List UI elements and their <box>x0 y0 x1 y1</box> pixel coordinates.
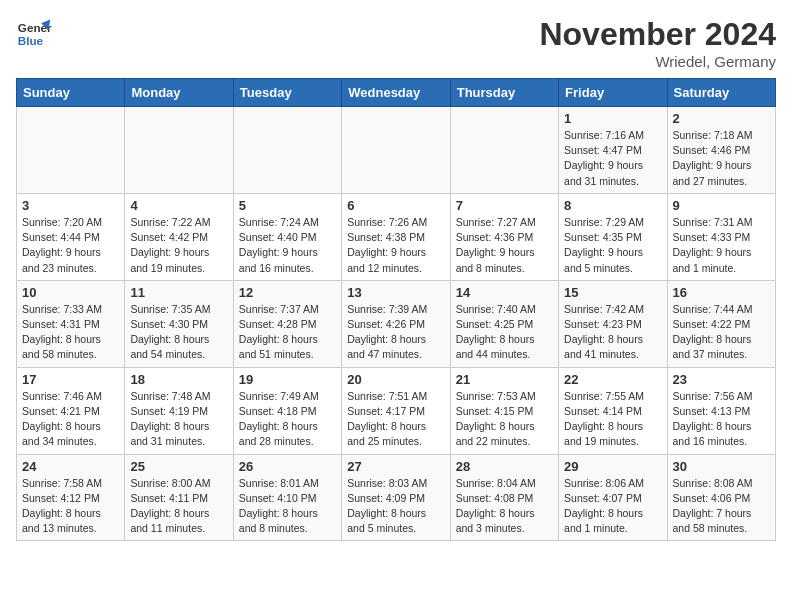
calendar-cell: 26Sunrise: 8:01 AM Sunset: 4:10 PM Dayli… <box>233 454 341 541</box>
calendar-cell: 22Sunrise: 7:55 AM Sunset: 4:14 PM Dayli… <box>559 367 667 454</box>
logo: General Blue <box>16 16 56 52</box>
calendar-cell: 1Sunrise: 7:16 AM Sunset: 4:47 PM Daylig… <box>559 107 667 194</box>
page-header: General Blue November 2024 Wriedel, Germ… <box>16 16 776 70</box>
day-number: 27 <box>347 459 444 474</box>
day-header-monday: Monday <box>125 79 233 107</box>
day-detail: Sunrise: 7:31 AM Sunset: 4:33 PM Dayligh… <box>673 215 770 276</box>
calendar-cell: 14Sunrise: 7:40 AM Sunset: 4:25 PM Dayli… <box>450 280 558 367</box>
logo-icon: General Blue <box>16 16 52 52</box>
day-header-wednesday: Wednesday <box>342 79 450 107</box>
day-number: 19 <box>239 372 336 387</box>
day-detail: Sunrise: 7:20 AM Sunset: 4:44 PM Dayligh… <box>22 215 119 276</box>
day-number: 30 <box>673 459 770 474</box>
calendar-cell: 3Sunrise: 7:20 AM Sunset: 4:44 PM Daylig… <box>17 193 125 280</box>
calendar-cell: 4Sunrise: 7:22 AM Sunset: 4:42 PM Daylig… <box>125 193 233 280</box>
day-number: 2 <box>673 111 770 126</box>
day-detail: Sunrise: 7:51 AM Sunset: 4:17 PM Dayligh… <box>347 389 444 450</box>
calendar-cell <box>450 107 558 194</box>
calendar-body: 1Sunrise: 7:16 AM Sunset: 4:47 PM Daylig… <box>17 107 776 541</box>
calendar-header-row: SundayMondayTuesdayWednesdayThursdayFrid… <box>17 79 776 107</box>
calendar-cell: 12Sunrise: 7:37 AM Sunset: 4:28 PM Dayli… <box>233 280 341 367</box>
day-detail: Sunrise: 8:04 AM Sunset: 4:08 PM Dayligh… <box>456 476 553 537</box>
calendar-cell: 28Sunrise: 8:04 AM Sunset: 4:08 PM Dayli… <box>450 454 558 541</box>
day-number: 21 <box>456 372 553 387</box>
day-detail: Sunrise: 7:16 AM Sunset: 4:47 PM Dayligh… <box>564 128 661 189</box>
day-detail: Sunrise: 8:03 AM Sunset: 4:09 PM Dayligh… <box>347 476 444 537</box>
calendar-week-row: 1Sunrise: 7:16 AM Sunset: 4:47 PM Daylig… <box>17 107 776 194</box>
day-number: 12 <box>239 285 336 300</box>
day-header-sunday: Sunday <box>17 79 125 107</box>
calendar-cell: 11Sunrise: 7:35 AM Sunset: 4:30 PM Dayli… <box>125 280 233 367</box>
day-number: 23 <box>673 372 770 387</box>
day-number: 3 <box>22 198 119 213</box>
day-detail: Sunrise: 7:18 AM Sunset: 4:46 PM Dayligh… <box>673 128 770 189</box>
day-detail: Sunrise: 8:01 AM Sunset: 4:10 PM Dayligh… <box>239 476 336 537</box>
calendar-cell: 17Sunrise: 7:46 AM Sunset: 4:21 PM Dayli… <box>17 367 125 454</box>
calendar-cell: 6Sunrise: 7:26 AM Sunset: 4:38 PM Daylig… <box>342 193 450 280</box>
calendar-cell <box>17 107 125 194</box>
day-header-saturday: Saturday <box>667 79 775 107</box>
month-title: November 2024 <box>539 16 776 53</box>
calendar-cell: 21Sunrise: 7:53 AM Sunset: 4:15 PM Dayli… <box>450 367 558 454</box>
day-number: 6 <box>347 198 444 213</box>
calendar-cell: 29Sunrise: 8:06 AM Sunset: 4:07 PM Dayli… <box>559 454 667 541</box>
location: Wriedel, Germany <box>539 53 776 70</box>
calendar-cell: 2Sunrise: 7:18 AM Sunset: 4:46 PM Daylig… <box>667 107 775 194</box>
day-number: 18 <box>130 372 227 387</box>
calendar-cell <box>342 107 450 194</box>
day-detail: Sunrise: 7:26 AM Sunset: 4:38 PM Dayligh… <box>347 215 444 276</box>
calendar-week-row: 24Sunrise: 7:58 AM Sunset: 4:12 PM Dayli… <box>17 454 776 541</box>
calendar-week-row: 17Sunrise: 7:46 AM Sunset: 4:21 PM Dayli… <box>17 367 776 454</box>
day-detail: Sunrise: 7:29 AM Sunset: 4:35 PM Dayligh… <box>564 215 661 276</box>
day-detail: Sunrise: 8:00 AM Sunset: 4:11 PM Dayligh… <box>130 476 227 537</box>
day-detail: Sunrise: 7:27 AM Sunset: 4:36 PM Dayligh… <box>456 215 553 276</box>
day-header-tuesday: Tuesday <box>233 79 341 107</box>
day-number: 1 <box>564 111 661 126</box>
day-detail: Sunrise: 7:33 AM Sunset: 4:31 PM Dayligh… <box>22 302 119 363</box>
day-number: 9 <box>673 198 770 213</box>
day-detail: Sunrise: 7:40 AM Sunset: 4:25 PM Dayligh… <box>456 302 553 363</box>
title-block: November 2024 Wriedel, Germany <box>539 16 776 70</box>
calendar-cell: 23Sunrise: 7:56 AM Sunset: 4:13 PM Dayli… <box>667 367 775 454</box>
day-detail: Sunrise: 7:55 AM Sunset: 4:14 PM Dayligh… <box>564 389 661 450</box>
day-number: 13 <box>347 285 444 300</box>
calendar-cell: 16Sunrise: 7:44 AM Sunset: 4:22 PM Dayli… <box>667 280 775 367</box>
day-number: 4 <box>130 198 227 213</box>
calendar-cell: 24Sunrise: 7:58 AM Sunset: 4:12 PM Dayli… <box>17 454 125 541</box>
day-detail: Sunrise: 8:08 AM Sunset: 4:06 PM Dayligh… <box>673 476 770 537</box>
day-detail: Sunrise: 7:35 AM Sunset: 4:30 PM Dayligh… <box>130 302 227 363</box>
calendar-cell: 10Sunrise: 7:33 AM Sunset: 4:31 PM Dayli… <box>17 280 125 367</box>
day-detail: Sunrise: 7:22 AM Sunset: 4:42 PM Dayligh… <box>130 215 227 276</box>
day-number: 29 <box>564 459 661 474</box>
day-detail: Sunrise: 7:48 AM Sunset: 4:19 PM Dayligh… <box>130 389 227 450</box>
calendar-cell <box>125 107 233 194</box>
calendar-cell: 20Sunrise: 7:51 AM Sunset: 4:17 PM Dayli… <box>342 367 450 454</box>
day-number: 8 <box>564 198 661 213</box>
day-number: 17 <box>22 372 119 387</box>
day-detail: Sunrise: 7:53 AM Sunset: 4:15 PM Dayligh… <box>456 389 553 450</box>
day-number: 25 <box>130 459 227 474</box>
calendar-cell <box>233 107 341 194</box>
day-detail: Sunrise: 7:56 AM Sunset: 4:13 PM Dayligh… <box>673 389 770 450</box>
day-number: 26 <box>239 459 336 474</box>
day-number: 11 <box>130 285 227 300</box>
day-number: 22 <box>564 372 661 387</box>
calendar-cell: 19Sunrise: 7:49 AM Sunset: 4:18 PM Dayli… <box>233 367 341 454</box>
day-number: 7 <box>456 198 553 213</box>
day-detail: Sunrise: 8:06 AM Sunset: 4:07 PM Dayligh… <box>564 476 661 537</box>
day-detail: Sunrise: 7:42 AM Sunset: 4:23 PM Dayligh… <box>564 302 661 363</box>
svg-text:Blue: Blue <box>18 34 44 47</box>
calendar-cell: 9Sunrise: 7:31 AM Sunset: 4:33 PM Daylig… <box>667 193 775 280</box>
day-number: 15 <box>564 285 661 300</box>
day-number: 5 <box>239 198 336 213</box>
day-header-thursday: Thursday <box>450 79 558 107</box>
day-number: 24 <box>22 459 119 474</box>
day-detail: Sunrise: 7:37 AM Sunset: 4:28 PM Dayligh… <box>239 302 336 363</box>
day-detail: Sunrise: 7:46 AM Sunset: 4:21 PM Dayligh… <box>22 389 119 450</box>
calendar-cell: 27Sunrise: 8:03 AM Sunset: 4:09 PM Dayli… <box>342 454 450 541</box>
day-number: 16 <box>673 285 770 300</box>
calendar-cell: 8Sunrise: 7:29 AM Sunset: 4:35 PM Daylig… <box>559 193 667 280</box>
calendar-cell: 13Sunrise: 7:39 AM Sunset: 4:26 PM Dayli… <box>342 280 450 367</box>
calendar-cell: 18Sunrise: 7:48 AM Sunset: 4:19 PM Dayli… <box>125 367 233 454</box>
calendar-cell: 5Sunrise: 7:24 AM Sunset: 4:40 PM Daylig… <box>233 193 341 280</box>
